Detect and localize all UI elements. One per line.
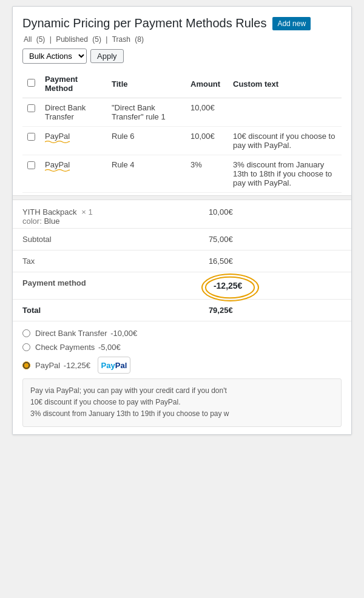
row-amount: 3% — [186, 155, 228, 193]
row-payment-method: Direct Bank Transfer — [40, 98, 107, 127]
add-new-button[interactable]: Add new — [272, 17, 311, 30]
row-title: "Direct Bank Transfer" rule 1 — [107, 98, 186, 127]
squiggle-underline — [45, 168, 70, 173]
method-cell: PayPal — [45, 132, 70, 141]
row-title: Rule 4 — [107, 155, 186, 193]
subtotal-value: 75,00€ — [199, 229, 351, 250]
bulk-actions-select[interactable]: Bulk Actions — [22, 49, 87, 64]
header-checkbox-cell — [22, 70, 40, 98]
row-custom-text: 10€ discount if you choose to pay with P… — [228, 127, 342, 155]
payment-option-paypal: PayPal -12,25€ PayPal — [22, 357, 342, 374]
paypal-logo-pal: Pal — [115, 361, 127, 370]
table-row: PayPal Rule 4 3% 3% discount from Januar… — [22, 155, 342, 193]
payment-option-check: Check Payments -5,00€ — [22, 343, 342, 352]
row-checkbox[interactable] — [27, 104, 35, 112]
header-amount: Amount — [186, 70, 228, 98]
payment-options: Direct Bank Transfer -10,00€ Check Payme… — [13, 321, 351, 434]
method-cell: PayPal — [45, 160, 70, 169]
product-name: YITH Backpack × 1 — [22, 207, 93, 217]
subtotal-row: Subtotal 75,00€ — [13, 229, 351, 250]
row-amount: 10,00€ — [186, 98, 228, 127]
panel-divider — [13, 195, 351, 200]
direct-bank-label[interactable]: Direct Bank Transfer -10,00€ — [35, 329, 137, 338]
tax-label: Tax — [13, 250, 199, 272]
product-price-cell: 10,00€ — [199, 200, 351, 229]
payment-method-discount-cell: -12,25€ — [199, 272, 351, 300]
paypal-label[interactable]: PayPal -12,25€ — [35, 361, 90, 370]
row-amount: 10,00€ — [186, 127, 228, 155]
check-payments-radio[interactable] — [22, 343, 30, 351]
table-header-row: Payment Method Title Amount Custom text — [22, 70, 342, 98]
product-name-cell: YITH Backpack × 1 color: Blue — [13, 200, 199, 229]
page-title-text: Dynamic Pricing per Payment Methods Rule… — [22, 16, 266, 30]
total-label: Total — [13, 300, 199, 321]
subtotal-label: Subtotal — [13, 229, 199, 250]
total-value: 79,25€ — [199, 300, 351, 321]
tax-row: Tax 16,50€ — [13, 250, 351, 272]
filter-trash-link[interactable]: Trash (8) — [111, 35, 145, 44]
row-payment-method: PayPal — [40, 155, 107, 193]
product-row: YITH Backpack × 1 color: Blue 10,00€ — [13, 200, 351, 229]
page-title: Dynamic Pricing per Payment Methods Rule… — [22, 16, 342, 30]
row-checkbox[interactable] — [27, 133, 35, 141]
filter-links: All (5) | Published (5) | Trash (8) — [22, 35, 342, 44]
table-row: Direct Bank Transfer "Direct Bank Transf… — [22, 98, 342, 127]
bulk-bar: Bulk Actions Apply — [22, 49, 342, 64]
filter-all-link[interactable]: All (5) — [22, 35, 49, 44]
check-payments-label[interactable]: Check Payments -5,00€ — [35, 343, 121, 352]
rules-table: Payment Method Title Amount Custom text … — [22, 70, 342, 193]
payment-method-label: Payment method — [13, 272, 199, 300]
paypal-logo: PayPal — [98, 357, 130, 374]
order-table: YITH Backpack × 1 color: Blue 10,00€ Sub… — [13, 200, 351, 321]
row-payment-method: PayPal — [40, 127, 107, 155]
paypal-description: Pay via PayPal; you can pay with your cr… — [22, 378, 342, 427]
header-payment-method: Payment Method — [40, 70, 107, 98]
squiggle-underline — [45, 139, 70, 144]
total-row: Total 79,25€ — [13, 300, 351, 321]
header-title: Title — [107, 70, 186, 98]
top-panel: Dynamic Pricing per Payment Methods Rule… — [13, 7, 351, 193]
row-title: Rule 6 — [107, 127, 186, 155]
row-checkbox[interactable] — [27, 161, 35, 169]
table-row: PayPal Rule 6 10,00€ 10€ discount if you… — [22, 127, 342, 155]
product-detail: color: Blue — [22, 217, 59, 226]
discount-cell: -12,25€ — [209, 278, 247, 293]
apply-button[interactable]: Apply — [90, 49, 124, 63]
bottom-panel: YITH Backpack × 1 color: Blue 10,00€ Sub… — [13, 200, 351, 434]
row-checkbox-cell — [22, 98, 40, 127]
direct-bank-radio[interactable] — [22, 329, 30, 337]
paypal-radio[interactable] — [22, 361, 30, 369]
header-custom-text: Custom text — [228, 70, 342, 98]
row-custom-text: 3% discount from January 13th to 18th if… — [228, 155, 342, 193]
paypal-logo-pay: Pay — [101, 361, 115, 370]
select-all-checkbox[interactable] — [27, 79, 35, 87]
tax-value: 16,50€ — [199, 250, 351, 272]
filter-published-link[interactable]: Published (5) — [55, 35, 104, 44]
row-checkbox-cell — [22, 155, 40, 193]
payment-option-direct-bank: Direct Bank Transfer -10,00€ — [22, 329, 342, 338]
row-custom-text — [228, 98, 342, 127]
payment-discount-value: -12,25€ — [214, 281, 242, 291]
payment-method-row: Payment method -12,25€ — [13, 272, 351, 300]
row-checkbox-cell — [22, 127, 40, 155]
main-container: Dynamic Pricing per Payment Methods Rule… — [12, 6, 352, 435]
